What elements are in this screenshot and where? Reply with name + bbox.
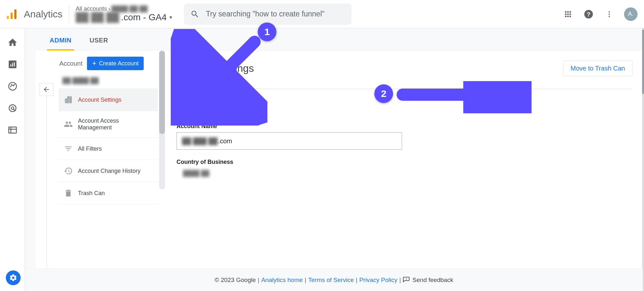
svg-point-6 xyxy=(609,14,610,15)
section-divider xyxy=(221,89,632,89)
analytics-title: Analytics xyxy=(24,9,62,20)
menu-filters-label: All Filters xyxy=(78,146,102,152)
send-feedback-button[interactable]: Send feedback xyxy=(403,277,453,284)
svg-text:?: ? xyxy=(587,11,590,17)
analytics-logo-icon xyxy=(5,8,18,21)
search-placeholder: Try searching "how to create funnel" xyxy=(206,10,324,18)
svg-rect-2 xyxy=(14,9,16,19)
tree-line xyxy=(46,96,47,291)
column-scrollbar[interactable] xyxy=(159,51,165,189)
property-suffix: .com - GA4 xyxy=(121,12,167,23)
settings-title: Account Settings xyxy=(177,62,254,74)
people-icon xyxy=(64,120,73,129)
page-scrollbar[interactable] xyxy=(642,28,644,291)
menu-account-settings[interactable]: Account Settings xyxy=(59,89,158,111)
menu-trash-label: Trash Can xyxy=(78,190,105,197)
main-area: ADMIN USER Account + Create Account ██ █… xyxy=(25,28,643,291)
chevron-right-icon: › xyxy=(108,5,110,12)
footer: © 2023 Google | Analytics home | Terms o… xyxy=(25,268,643,291)
svg-rect-0 xyxy=(7,16,9,19)
footer-privacy-link[interactable]: Privacy Policy xyxy=(359,277,397,284)
account-name-visible-suffix: .com xyxy=(218,137,232,145)
account-name-redacted-row: ██ ████ ██ xyxy=(62,77,99,84)
create-account-button[interactable]: + Create Account xyxy=(87,57,144,70)
apps-icon[interactable] xyxy=(562,8,574,20)
settings-content: Account Settings Move to Trash Can Basic… xyxy=(166,51,643,291)
help-icon[interactable]: ? xyxy=(583,8,594,20)
footer-copyright: © 2023 Google xyxy=(215,277,256,284)
search-icon xyxy=(190,10,199,19)
footer-analytics-home-link[interactable]: Analytics home xyxy=(261,277,303,284)
svg-rect-10 xyxy=(12,63,13,67)
chevron-down-icon: ▼ xyxy=(168,15,173,20)
svg-point-19 xyxy=(406,280,407,281)
svg-rect-11 xyxy=(14,62,15,66)
admin-panel: Account + Create Account ██ ████ ██ Acco… xyxy=(35,51,643,291)
logo-area: Analytics xyxy=(5,8,62,21)
back-button[interactable] xyxy=(39,83,53,96)
admin-gear-button[interactable] xyxy=(6,270,21,285)
menu-change-history[interactable]: Account Change History xyxy=(59,160,158,182)
divider xyxy=(69,6,69,23)
home-icon[interactable] xyxy=(7,37,18,48)
account-id-value-redacted: ████ xyxy=(183,107,199,114)
menu-access-label: Account Access Management xyxy=(78,117,153,131)
explore-icon[interactable] xyxy=(7,81,18,91)
account-column: Account + Create Account ██ ████ ██ Acco… xyxy=(35,51,158,291)
account-id-label: Account Id xyxy=(177,98,632,105)
property-prefix-redacted: ██ ██ ██ xyxy=(76,12,119,23)
left-rail xyxy=(0,28,25,291)
topbar-right: ? A. xyxy=(562,7,638,21)
footer-terms-link[interactable]: Terms of Service xyxy=(308,277,354,284)
account-label: Account xyxy=(59,60,82,67)
avatar[interactable]: A. xyxy=(624,7,638,21)
svg-point-5 xyxy=(609,11,610,13)
building-icon xyxy=(64,95,73,104)
tabs: ADMIN USER xyxy=(35,28,643,51)
svg-rect-9 xyxy=(10,64,11,67)
reports-icon[interactable] xyxy=(7,59,18,70)
country-label: Country of Business xyxy=(177,159,632,165)
menu-end-divider xyxy=(59,204,158,204)
gear-icon xyxy=(9,274,17,282)
advertising-icon[interactable] xyxy=(7,103,18,113)
menu-all-filters[interactable]: All Filters xyxy=(59,137,158,160)
menu-trash-can[interactable]: Trash Can xyxy=(59,182,158,204)
menu-history-label: Account Change History xyxy=(78,168,140,174)
account-name-display[interactable]: ██ ████ ██ xyxy=(35,73,158,89)
send-feedback-label: Send feedback xyxy=(412,277,453,284)
basic-settings-label: Basic Settings xyxy=(177,85,217,93)
svg-point-7 xyxy=(609,16,610,17)
avatar-initial: A. xyxy=(628,11,633,17)
account-picker[interactable]: All accounts › ████ ██ ██ ██ ██ ██ .com … xyxy=(76,5,173,23)
country-value-redacted: ████ ██ xyxy=(183,170,209,176)
configure-icon[interactable] xyxy=(7,125,18,135)
feedback-icon xyxy=(403,277,410,284)
account-name-redacted: ████ ██ ██ xyxy=(111,5,148,12)
svg-rect-15 xyxy=(9,127,16,133)
svg-rect-1 xyxy=(11,13,13,19)
account-name-input[interactable]: ██ ███ ██ .com xyxy=(177,132,402,150)
menu-account-settings-label: Account Settings xyxy=(78,97,121,103)
menu-access-management[interactable]: Account Access Management xyxy=(59,111,158,137)
tab-admin[interactable]: ADMIN xyxy=(47,32,74,51)
scroll-thumb[interactable] xyxy=(159,51,165,134)
arrow-left-icon xyxy=(43,86,50,93)
move-to-trash-button[interactable]: Move to Trash Can xyxy=(563,61,632,76)
svg-point-12 xyxy=(9,82,16,90)
account-name-prefix-redacted: ██ ███ ██ xyxy=(182,137,217,145)
create-account-label: Create Account xyxy=(99,60,139,67)
breadcrumb-all-accounts: All accounts xyxy=(76,5,107,12)
search-box[interactable]: Try searching "how to create funnel" xyxy=(184,4,351,25)
top-bar: Analytics All accounts › ████ ██ ██ ██ █… xyxy=(0,0,644,28)
filter-icon xyxy=(64,144,73,153)
history-icon xyxy=(64,166,73,175)
account-menu: Account Settings Account Access Manageme… xyxy=(35,89,158,204)
trash-icon xyxy=(64,189,73,198)
tab-user[interactable]: USER xyxy=(87,32,111,51)
plus-icon: + xyxy=(92,59,96,68)
account-name-label: Account Name xyxy=(177,123,632,130)
kebab-menu-icon[interactable] xyxy=(603,8,615,20)
